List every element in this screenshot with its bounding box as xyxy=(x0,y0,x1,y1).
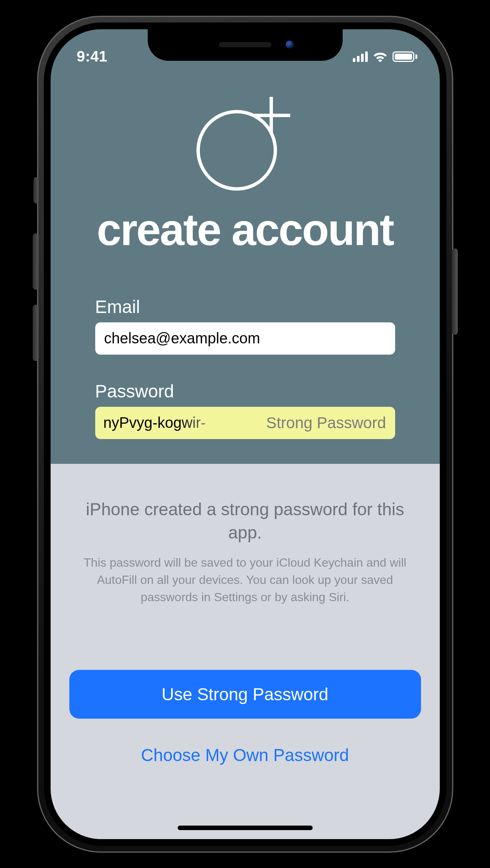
password-value: nyPvyg-kogwir- xyxy=(103,414,259,431)
notch xyxy=(148,29,343,61)
battery-icon xyxy=(393,51,417,62)
email-value: chelsea@example.com xyxy=(104,330,260,347)
volume-up-button xyxy=(33,233,39,290)
email-label: Email xyxy=(95,296,395,317)
speaker-grille xyxy=(219,42,271,47)
status-time: 9:41 xyxy=(77,48,108,65)
password-field[interactable]: nyPvyg-kogwir- Strong Password xyxy=(95,407,395,439)
phone-frame: 9:41 xyxy=(37,16,453,853)
phone-screen: 9:41 xyxy=(51,29,440,839)
silence-switch xyxy=(33,177,39,203)
wifi-icon xyxy=(373,51,387,62)
password-label: Password xyxy=(95,381,395,402)
power-button xyxy=(452,248,458,335)
sheet-title: iPhone created a strong password for thi… xyxy=(84,498,406,544)
home-indicator[interactable] xyxy=(178,826,313,830)
cellular-signal-icon xyxy=(353,51,368,62)
volume-down-button xyxy=(33,305,39,361)
front-camera xyxy=(286,41,294,49)
password-strength-badge: Strong Password xyxy=(259,414,386,432)
page-title: create account xyxy=(51,204,440,255)
strong-password-sheet: iPhone created a strong password for thi… xyxy=(51,464,440,839)
use-strong-password-button[interactable]: Use Strong Password xyxy=(69,670,421,719)
app-logo-icon xyxy=(196,93,294,191)
app-content: create account Email chelsea@example.com… xyxy=(51,71,440,499)
sheet-subtitle: This password will be saved to your iClo… xyxy=(80,554,410,606)
email-field[interactable]: chelsea@example.com xyxy=(95,322,395,355)
choose-own-password-button[interactable]: Choose My Own Password xyxy=(69,745,421,765)
